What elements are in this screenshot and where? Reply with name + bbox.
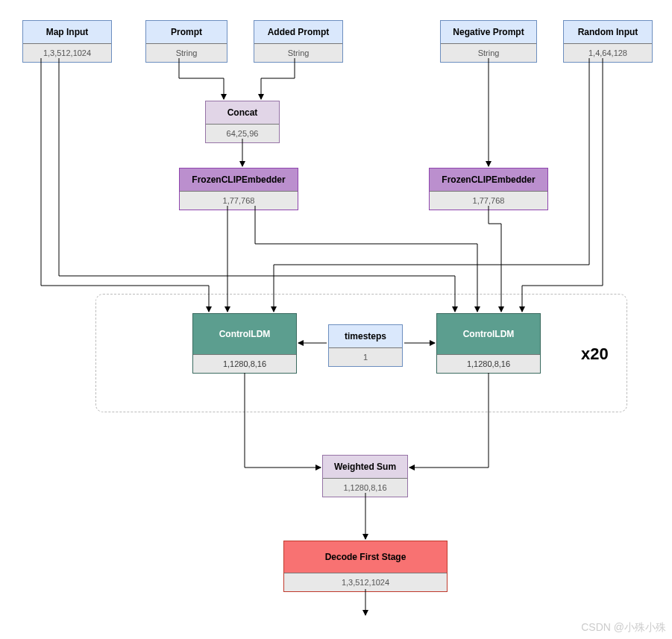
node-title: timesteps xyxy=(329,325,402,347)
node-prompt: Prompt String xyxy=(145,20,227,63)
node-weighted-sum: Weighted Sum 1,1280,8,16 xyxy=(322,455,408,497)
node-title: Negative Prompt xyxy=(441,21,536,43)
node-title: ControlLDM xyxy=(193,314,296,354)
node-sub: 64,25,96 xyxy=(206,124,279,142)
node-sub: 1,77,768 xyxy=(180,191,298,210)
node-sub: 1,1280,8,16 xyxy=(323,478,407,497)
node-sub: 1 xyxy=(329,347,402,366)
node-controlldm-left: ControlLDM 1,1280,8,16 xyxy=(192,313,297,374)
loop-label: x20 xyxy=(581,344,609,364)
node-clip-right: FrozenCLIPEmbedder 1,77,768 xyxy=(429,168,548,210)
node-title: FrozenCLIPEmbedder xyxy=(430,169,547,191)
node-decode-first-stage: Decode First Stage 1,3,512,1024 xyxy=(283,541,448,592)
node-title: Concat xyxy=(206,101,279,124)
node-title: Map Input xyxy=(23,21,111,43)
node-sub: 1,3,512,1024 xyxy=(284,573,447,591)
node-sub: String xyxy=(441,43,536,62)
node-title: Prompt xyxy=(146,21,227,43)
node-title: Weighted Sum xyxy=(323,456,407,478)
node-clip-left: FrozenCLIPEmbedder 1,77,768 xyxy=(179,168,298,210)
node-timesteps: timesteps 1 xyxy=(328,324,403,367)
node-title: Random Input xyxy=(564,21,652,43)
node-title: ControlLDM xyxy=(437,314,540,354)
node-sub: 1,4,64,128 xyxy=(564,43,652,62)
node-sub: 1,77,768 xyxy=(430,191,547,210)
node-title: Added Prompt xyxy=(254,21,342,43)
node-map-input: Map Input 1,3,512,1024 xyxy=(22,20,112,63)
node-random-input: Random Input 1,4,64,128 xyxy=(563,20,653,63)
node-sub: 1,1280,8,16 xyxy=(193,354,296,373)
node-sub: String xyxy=(254,43,342,62)
node-added-prompt: Added Prompt String xyxy=(254,20,343,63)
watermark-text: CSDN @小殊小殊 xyxy=(581,621,666,635)
node-sub: 1,1280,8,16 xyxy=(437,354,540,373)
node-sub: 1,3,512,1024 xyxy=(23,43,111,62)
node-negative-prompt: Negative Prompt String xyxy=(440,20,537,63)
node-controlldm-right: ControlLDM 1,1280,8,16 xyxy=(436,313,541,374)
node-sub: String xyxy=(146,43,227,62)
node-title: Decode First Stage xyxy=(284,541,447,573)
node-title: FrozenCLIPEmbedder xyxy=(180,169,298,191)
node-concat: Concat 64,25,96 xyxy=(205,101,280,143)
